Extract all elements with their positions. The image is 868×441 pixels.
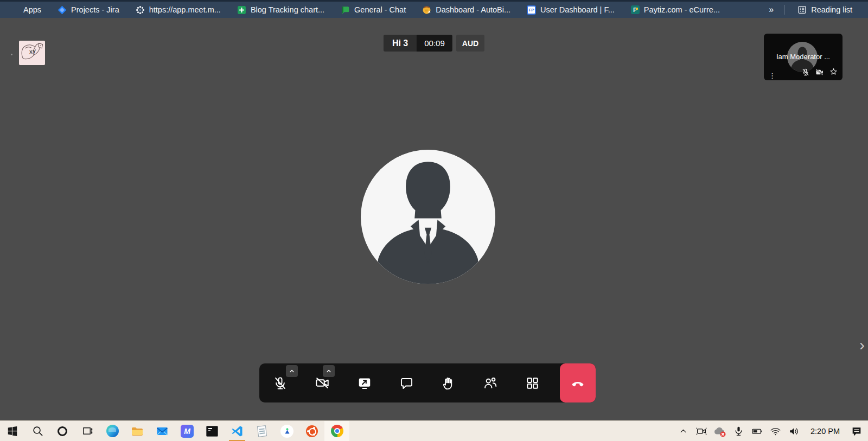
meeting-header: Hi 3 00:09 AUD	[384, 35, 484, 52]
taskbar-file-explorer[interactable]	[125, 421, 150, 441]
mic-off-icon	[273, 376, 288, 391]
tray-battery[interactable]	[749, 421, 765, 441]
action-center-icon	[851, 425, 863, 437]
bookmark-label: User Dashboard | F...	[540, 5, 615, 14]
onedrive-status[interactable]	[712, 421, 728, 441]
bookmark-autobi[interactable]: Dashboard - AutoBi...	[414, 2, 519, 18]
mic-options-chevron[interactable]	[286, 365, 298, 377]
task-view-icon	[81, 425, 94, 437]
tray-volume[interactable]	[786, 421, 802, 441]
bookmark-label: Projects - Jira	[71, 5, 119, 14]
bookmark-user-dashboard[interactable]: FP User Dashboard | F...	[519, 2, 623, 18]
taskbar-chrome[interactable]	[324, 421, 349, 441]
room-name: Hi 3	[384, 35, 417, 52]
tray-expand-button[interactable]	[675, 421, 691, 441]
tray-microphone[interactable]	[730, 421, 746, 441]
raise-hand-icon	[441, 376, 456, 391]
participants-icon	[483, 375, 498, 391]
action-center-button[interactable]	[848, 421, 865, 441]
speaker-icon	[788, 425, 800, 437]
tile-menu-icon[interactable]: ⋮	[769, 74, 776, 77]
chat-button[interactable]	[386, 363, 428, 402]
taskbar-ubuntu[interactable]	[299, 421, 324, 441]
bookmark-label: https://app.meet.m...	[149, 5, 221, 14]
wifi-icon	[769, 425, 782, 437]
taskbar-edge[interactable]	[100, 421, 125, 441]
bookmark-label: Dashboard - AutoBi...	[436, 5, 510, 14]
pin-star-icon[interactable]	[829, 67, 838, 76]
meet-knot-icon	[136, 5, 145, 15]
vscode-icon	[231, 425, 244, 438]
chat-icon	[399, 376, 414, 391]
bookmark-apps[interactable]: Apps	[8, 2, 49, 18]
file-explorer-icon	[131, 425, 144, 438]
camera-options-chevron[interactable]	[323, 365, 335, 377]
fp-icon: FP	[527, 5, 536, 15]
meeting-timer: 00:09	[417, 35, 452, 52]
participant-camera-off-icon	[815, 68, 824, 76]
taskbar-meet-app[interactable]: M	[175, 421, 200, 441]
participants-button[interactable]	[470, 363, 512, 402]
taskbar-mail[interactable]	[150, 421, 175, 441]
bookmarks-divider	[784, 5, 785, 15]
raise-hand-button[interactable]	[427, 363, 470, 402]
reading-list-icon	[797, 5, 807, 15]
bookmarks-overflow-chevron[interactable]: »	[762, 5, 780, 15]
grid-view-icon	[525, 376, 540, 391]
taskbar-search-button[interactable]	[25, 421, 50, 441]
bookmark-general-chat[interactable]: General - Chat	[333, 2, 414, 18]
bookmark-blog-tracking[interactable]: Blog Tracking chart...	[229, 2, 333, 18]
circle-app-icon	[280, 425, 293, 438]
chevron-up-icon	[679, 426, 688, 436]
meeting-stage: XY Hi 3 00:09 AUD Iam Moderator ... ⋮	[0, 18, 868, 420]
tray-network[interactable]	[767, 421, 783, 441]
cortana-icon	[56, 425, 69, 438]
reading-list-button[interactable]: Reading list	[789, 5, 860, 15]
task-view-button[interactable]	[75, 421, 100, 441]
bookmark-meet[interactable]: https://app.meet.m...	[127, 2, 229, 18]
bookmark-label: Blog Tracking chart...	[251, 5, 324, 14]
bookmarks-bar-right: » Reading list	[762, 5, 860, 15]
bookmark-label: Apps	[23, 5, 41, 14]
participant-name: Iam Moderator ...	[764, 53, 843, 61]
autobi-icon	[422, 5, 431, 15]
hang-up-button[interactable]	[560, 363, 596, 402]
system-tray: 2:20 PM	[675, 421, 868, 441]
windows-logo-icon	[7, 425, 18, 437]
clock[interactable]: 2:20 PM	[804, 427, 846, 436]
chrome-icon	[331, 425, 343, 437]
taskbar-vscode[interactable]	[225, 421, 250, 441]
speaker-avatar	[361, 150, 495, 284]
search-icon	[31, 425, 44, 437]
onedrive-error-icon	[713, 425, 727, 438]
meeting-control-bar	[259, 363, 596, 402]
terminal-icon	[206, 426, 218, 437]
jira-icon	[58, 5, 67, 15]
meet-now-button[interactable]	[693, 421, 710, 441]
paytiz-icon: P	[631, 5, 640, 14]
open-panel-chevron-icon[interactable]: ›	[859, 337, 865, 353]
grid-view-button[interactable]	[512, 363, 554, 402]
cortana-button[interactable]	[50, 421, 75, 441]
chat-bubble-icon	[341, 5, 350, 15]
windows-taskbar: M	[0, 420, 868, 441]
hang-up-icon	[570, 375, 585, 391]
bookmarks-bar: Apps Projects - Jira https://app.meet.m.…	[0, 0, 868, 18]
sheets-icon	[237, 5, 246, 15]
bookmark-jira[interactable]: Projects - Jira	[49, 2, 127, 18]
notepad-icon	[257, 425, 267, 437]
taskbar-terminal[interactable]	[200, 421, 225, 441]
bookmark-paytiz[interactable]: P Paytiz.com - eCurre...	[623, 2, 728, 18]
taskbar-notepad[interactable]	[250, 421, 275, 441]
taskbar-circle-app[interactable]	[275, 421, 299, 441]
audio-mode-badge: AUD	[456, 35, 484, 52]
participant-tile[interactable]: Iam Moderator ... ⋮	[764, 34, 843, 80]
screen-share-button[interactable]	[343, 363, 386, 402]
participant-mic-off-icon	[801, 68, 810, 76]
mail-icon	[156, 425, 169, 438]
reading-list-label: Reading list	[811, 5, 852, 14]
start-button[interactable]	[0, 421, 25, 441]
ubuntu-icon	[306, 425, 318, 437]
meeting-logo: XY	[19, 41, 45, 65]
edge-icon	[106, 425, 119, 437]
